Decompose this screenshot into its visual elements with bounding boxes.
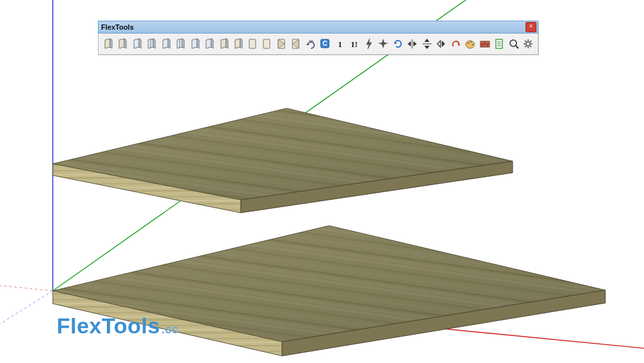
flip-horizontal-button[interactable] — [406, 35, 420, 52]
svg-marker-23 — [110, 39, 112, 48]
svg-marker-34 — [182, 39, 184, 48]
flip-horizontal-icon — [406, 37, 418, 50]
shutter-left-button[interactable] — [275, 35, 289, 52]
flip-vertical-icon — [421, 37, 433, 50]
shutter-left-icon — [276, 37, 288, 50]
palette-button[interactable] — [464, 35, 478, 52]
curtain-wall-button[interactable] — [217, 35, 231, 52]
mirror-icon — [435, 37, 447, 50]
svg-text:90: 90 — [308, 39, 313, 43]
svg-line-87 — [525, 46, 526, 47]
panel-button[interactable] — [246, 35, 260, 52]
close-button[interactable]: × — [526, 22, 536, 32]
window-bay-button[interactable] — [203, 35, 217, 52]
garage-door-button[interactable] — [232, 35, 246, 52]
svg-text:C: C — [323, 40, 327, 47]
svg-marker-29 — [153, 39, 155, 48]
component-finder-icon: C — [319, 37, 331, 50]
watermark-main: FlexTools — [57, 313, 160, 338]
svg-line-11 — [0, 282, 53, 291]
one-button[interactable]: 1 — [333, 35, 347, 52]
window-casement-button[interactable] — [159, 35, 173, 52]
svg-rect-44 — [249, 39, 256, 48]
svg-marker-36 — [192, 39, 197, 48]
window-fixed-icon — [189, 37, 201, 50]
window-fixed-button[interactable] — [188, 35, 202, 52]
svg-marker-22 — [105, 39, 110, 48]
rotate-90-button[interactable]: 90 — [304, 35, 318, 52]
refresh-button[interactable] — [391, 35, 405, 52]
svg-line-91 — [530, 41, 531, 42]
flextools-toolbar-window[interactable]: FlexTools × 90C11! — [98, 21, 538, 55]
wall-cutter-icon — [479, 37, 491, 50]
settings-icon — [522, 37, 534, 50]
window-double-button[interactable] — [145, 35, 159, 52]
svg-marker-63 — [424, 39, 430, 42]
window-sliding-button[interactable] — [174, 35, 188, 52]
palette-icon — [464, 37, 476, 50]
refresh-icon — [392, 37, 404, 50]
window-sliding-icon — [175, 37, 186, 50]
zoom-button[interactable] — [507, 35, 521, 52]
svg-marker-37 — [197, 39, 199, 48]
one-exclaim-button[interactable]: 1! — [348, 35, 362, 52]
window-single-button[interactable] — [130, 35, 144, 52]
wood-slab-upper — [53, 108, 513, 213]
svg-marker-56 — [366, 39, 372, 49]
report-button[interactable] — [493, 35, 507, 52]
sparkle-icon — [377, 37, 389, 50]
svg-marker-64 — [424, 46, 430, 49]
toolbar-titlebar[interactable]: FlexTools × — [98, 21, 538, 34]
svg-marker-24 — [119, 39, 124, 48]
flip-vertical-button[interactable] — [420, 35, 434, 52]
rotate-90-icon: 90 — [305, 37, 317, 50]
svg-marker-32 — [168, 39, 170, 48]
settings-button[interactable] — [522, 35, 536, 52]
redo-button[interactable] — [449, 35, 463, 52]
curtain-wall-icon — [218, 37, 230, 50]
svg-marker-66 — [442, 41, 445, 47]
panel-blank-icon — [261, 37, 273, 50]
svg-text:1: 1 — [338, 39, 343, 49]
door-single-button[interactable] — [101, 35, 115, 52]
svg-point-81 — [510, 40, 516, 46]
component-finder-button[interactable]: C — [319, 35, 333, 52]
door-open-icon — [117, 37, 128, 50]
one-exclaim-icon: 1! — [348, 37, 360, 50]
garage-door-icon — [232, 37, 244, 50]
lightning-button[interactable] — [362, 35, 376, 52]
sparkle-button[interactable] — [377, 35, 391, 52]
svg-point-70 — [470, 41, 472, 43]
svg-line-89 — [525, 41, 526, 42]
watermark: FlexTools.cc — [57, 313, 178, 338]
svg-rect-45 — [263, 39, 270, 48]
svg-marker-26 — [134, 39, 139, 48]
window-single-icon — [131, 37, 143, 50]
svg-marker-40 — [221, 39, 226, 48]
zoom-icon — [508, 37, 520, 50]
svg-point-69 — [468, 43, 469, 44]
svg-marker-38 — [206, 39, 211, 48]
window-bay-icon — [204, 37, 215, 50]
toolbar-title: FlexTools — [101, 23, 134, 31]
toolbar-body: 90C11! — [98, 34, 538, 55]
svg-marker-57 — [378, 39, 388, 48]
svg-marker-39 — [211, 39, 213, 48]
svg-point-71 — [472, 44, 474, 46]
svg-line-10 — [0, 291, 53, 348]
svg-marker-61 — [413, 41, 417, 46]
door-single-icon — [102, 37, 114, 50]
svg-marker-65 — [437, 41, 440, 47]
svg-marker-25 — [124, 39, 126, 48]
mirror-button[interactable] — [435, 35, 449, 52]
door-open-button[interactable] — [116, 35, 130, 52]
lightning-icon — [363, 37, 375, 50]
report-icon — [493, 37, 505, 50]
panel-blank-button[interactable] — [261, 35, 275, 52]
shutter-right-icon — [290, 37, 302, 50]
shutter-right-button[interactable] — [290, 35, 304, 52]
one-icon: 1 — [334, 37, 346, 50]
wall-cutter-button[interactable] — [478, 35, 492, 52]
svg-marker-42 — [235, 39, 240, 48]
svg-marker-43 — [240, 39, 242, 48]
